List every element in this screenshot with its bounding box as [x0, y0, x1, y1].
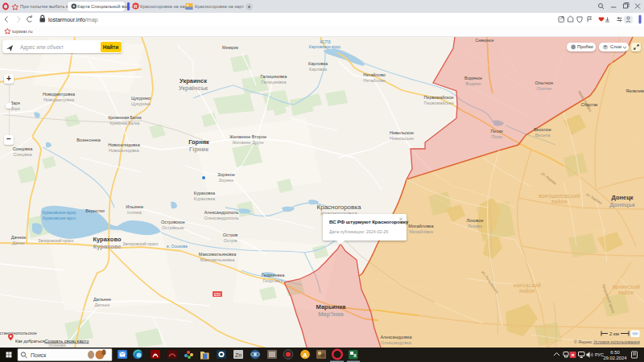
- svg-text:lostarmour.info/map: lostarmour.info/map: [48, 17, 98, 23]
- svg-text:Заря: Заря: [10, 101, 20, 105]
- svg-text:Островское: Островское: [161, 220, 185, 224]
- svg-text:Олександрополь: Олександрополь: [204, 216, 238, 220]
- svg-text:29.02.2024: 29.02.2024: [603, 356, 627, 360]
- svg-text:Кремінна Балка: Кремінна Балка: [110, 121, 140, 125]
- svg-text:Новоселидовка: Новоселидовка: [108, 142, 141, 147]
- svg-text:КИРОВСКИЙ: КИРОВСКИЙ: [514, 282, 541, 288]
- svg-text:Кременная Балка: Кременная Балка: [108, 115, 141, 120]
- svg-text:Нетайлово: Нетайлово: [363, 72, 386, 77]
- svg-text:Піски: Піски: [491, 134, 502, 139]
- svg-text:Яковлевка: Яковлевка: [625, 88, 644, 93]
- svg-text:Ильинка: Ильинка: [126, 204, 144, 209]
- svg-text:Олександрівка: Олександрівка: [381, 340, 412, 345]
- svg-text:в. Осыкова: в. Осыкова: [167, 244, 188, 249]
- svg-text:Опитне: Опитне: [537, 86, 552, 91]
- svg-text:© Яндекс Условия использования: © Яндекс Условия использования: [574, 339, 640, 344]
- svg-text:topwar.ru: topwar.ru: [12, 28, 33, 34]
- svg-text:Марьинка: Марьинка: [316, 303, 347, 311]
- svg-text:Невельское: Невельское: [390, 130, 414, 135]
- svg-text:Пески: Пески: [490, 129, 502, 134]
- svg-text:Цукурино: Цукурино: [131, 96, 151, 101]
- svg-text:x: x: [353, 352, 357, 358]
- svg-text:Сонцовка: Сонцовка: [13, 146, 34, 151]
- svg-text:Острівське: Острівське: [162, 225, 184, 230]
- svg-text:Остров: Остров: [223, 232, 238, 237]
- svg-text:Украинск: Украинск: [180, 77, 207, 84]
- svg-text:Зоряне: Зоряне: [219, 178, 233, 183]
- svg-text:Александровка: Александровка: [380, 335, 412, 339]
- svg-text:Дальнее: Дальнее: [93, 297, 111, 302]
- svg-text:A: A: [303, 352, 308, 359]
- svg-text:Константинопольское: Константинопольское: [0, 331, 37, 335]
- svg-text:Максимільянівка: Максимільянівка: [200, 257, 236, 262]
- svg-text:Горняк: Горняк: [188, 138, 209, 146]
- svg-text:РАЙОН: РАЙОН: [519, 288, 535, 294]
- svg-text:РАЙОН: РАЙОН: [618, 290, 634, 295]
- svg-text:Дачное: Дачное: [11, 235, 27, 240]
- svg-text:Запорожский просп.: Запорожский просп.: [123, 241, 159, 246]
- svg-text:Берестки: Берестки: [85, 208, 105, 213]
- svg-text:Лозовое: Лозовое: [466, 218, 483, 223]
- svg-text:R: R: [134, 4, 138, 9]
- svg-text:Северное: Северное: [476, 38, 494, 43]
- svg-text:Е50: Е50: [214, 293, 221, 297]
- svg-text:Карловское вдхр.: Карловское вдхр.: [309, 44, 342, 49]
- svg-text:Веселое: Веселое: [534, 127, 551, 132]
- svg-text:Мемрик: Мемрик: [222, 45, 239, 50]
- svg-text:Курахово: Курахово: [93, 236, 121, 243]
- svg-text:Георгіївка: Георгіївка: [262, 278, 283, 283]
- svg-text:Запорожский просп.: Запорожский просп.: [39, 238, 75, 243]
- svg-text:Галициновка: Галициновка: [261, 74, 288, 79]
- svg-text:Зоряное: Зоряное: [217, 172, 235, 177]
- svg-text:Георгиевка: Георгиевка: [262, 273, 285, 278]
- svg-text:Спартак: Спартак: [581, 102, 598, 107]
- svg-text:Острів: Острів: [224, 238, 237, 243]
- svg-text:Карлівка: Карлівка: [309, 67, 328, 72]
- svg-text:РАЙОН: РАЙОН: [551, 199, 567, 204]
- svg-text:Первомайське: Первомайське: [423, 101, 453, 105]
- svg-text:Создать свою карту: Создать свою карту: [44, 339, 89, 343]
- svg-text:Зоря: Зоря: [10, 106, 20, 111]
- svg-text:Желанное Второе: Желанное Второе: [229, 134, 266, 139]
- svg-text:Сонцівка: Сонцівка: [14, 152, 33, 157]
- svg-text:Новодмитрівка: Новодмитрівка: [43, 97, 75, 102]
- svg-text:Новодмитровка: Новодмитровка: [43, 92, 76, 97]
- svg-text:Водяне: Водяне: [466, 81, 481, 86]
- svg-text:Желанне Друге: Желанне Друге: [232, 140, 263, 145]
- svg-text:Водяное: Водяное: [464, 76, 482, 80]
- svg-text:Карловка: Карловка: [308, 61, 328, 66]
- svg-text:Невельське: Невельське: [390, 136, 414, 141]
- svg-text:Донецк: Донецк: [611, 194, 633, 201]
- svg-text:Весела: Весела: [535, 133, 551, 138]
- svg-text:Дальне: Дальне: [95, 302, 110, 307]
- svg-text:РУС: РУС: [595, 352, 604, 357]
- svg-text:Гірник: Гірник: [189, 146, 208, 153]
- svg-text:Курахове: Курахове: [93, 243, 122, 250]
- svg-text:Александрополь: Александрополь: [204, 210, 239, 215]
- svg-text:Михайлівка: Михайлівка: [409, 229, 433, 234]
- svg-text:Вознесенка: Вознесенка: [76, 138, 101, 142]
- svg-text:Лозове: Лозове: [468, 224, 482, 228]
- svg-text:ЛЕНИНСКИЙ: ЛЕНИНСКИЙ: [613, 284, 641, 290]
- svg-text:Кураховське вдсх.: Кураховське вдсх.: [43, 216, 76, 220]
- svg-text:Кураховка: Кураховка: [194, 191, 216, 195]
- svg-text:Красногоровка: Красногоровка: [317, 204, 361, 211]
- svg-text:Дачне: Дачне: [12, 241, 25, 245]
- svg-text:Как добраться: Как добраться: [15, 339, 45, 343]
- svg-text:Нетайлове: Нетайлове: [363, 78, 386, 83]
- svg-text:Мар'їнка: Мар'їнка: [318, 311, 344, 318]
- svg-text:Максимильяновка: Максимильяновка: [199, 252, 237, 257]
- svg-text:Кураховское вдхр.: Кураховское вдхр.: [43, 210, 77, 215]
- svg-text:Опытное: Опытное: [535, 80, 554, 85]
- svg-text:ВОРОШИЛОВСКИЙ: ВОРОШИЛОВСКИЙ: [539, 193, 580, 199]
- svg-text:Іллінка: Іллінка: [127, 210, 142, 215]
- svg-text:Поиск: Поиск: [31, 352, 47, 358]
- svg-text:Новоселидівка: Новоселидівка: [109, 148, 140, 153]
- svg-text:Українськ: Українськ: [179, 84, 208, 92]
- svg-text:Zn: Zn: [235, 352, 242, 358]
- svg-text:Донецьк: Донецьк: [609, 201, 635, 208]
- svg-text:6:50: 6:50: [610, 350, 619, 355]
- svg-text:Михайловка: Михайловка: [408, 224, 434, 228]
- svg-text:я: я: [572, 352, 575, 357]
- svg-text:Галицинівка: Галицинівка: [262, 80, 287, 84]
